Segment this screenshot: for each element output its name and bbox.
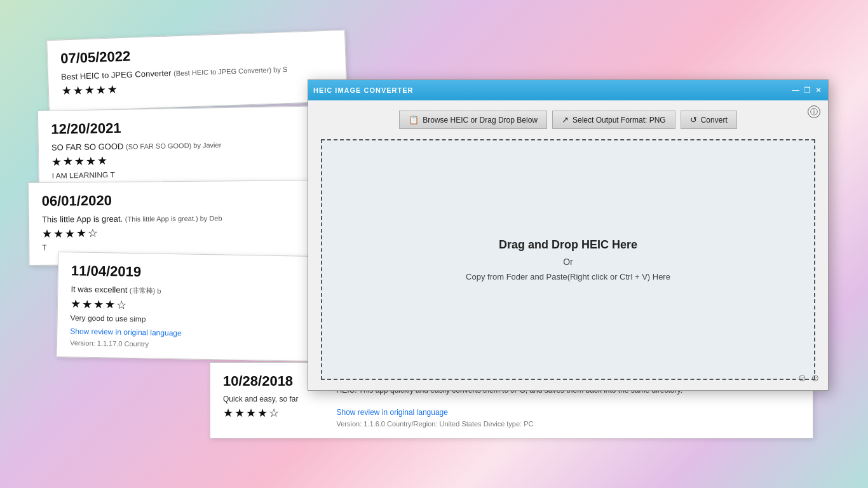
window-controls: — ❐ ✕	[791, 86, 823, 95]
info-icon[interactable]: ⓘ	[808, 105, 820, 118]
browse-button[interactable]: 📋 Browse HEIC or Drag Drop Below	[399, 111, 547, 129]
browse-label: Browse HEIC or Drag Drop Below	[423, 116, 538, 125]
title-bar: HEIC IMAGE CONVERTER — ❐ ✕	[308, 80, 828, 100]
minimize-button[interactable]: —	[791, 86, 800, 95]
review-meta-5: Version: 1.1.6.0 Country/Region: United …	[337, 420, 801, 428]
drop-zone[interactable]: Drag and Drop HEIC Here Or Copy from Fod…	[321, 139, 815, 380]
maximize-button[interactable]: ❐	[803, 86, 811, 95]
app-window: HEIC IMAGE CONVERTER — ❐ ✕ ⓘ 📋 Browse HE…	[308, 79, 829, 391]
review-date-2: 12/20/2021	[51, 116, 323, 137]
drop-zone-or: Or	[563, 257, 573, 267]
review-date-5: 10/28/2018	[223, 373, 299, 390]
format-button[interactable]: ↗ Select Output Format: PNG	[552, 111, 675, 129]
format-icon: ↗	[562, 115, 569, 125]
browse-icon: 📋	[409, 115, 419, 125]
review-text-2: I AM LEARNING T	[52, 166, 324, 180]
close-button[interactable]: ✕	[814, 86, 823, 95]
smiley-icon-1[interactable]: ☺	[797, 372, 807, 384]
show-original-link-4[interactable]: Show review in original language	[70, 327, 182, 337]
smiley-icon-2[interactable]: ☺	[810, 372, 820, 384]
review-stars-5: ★★★★☆	[223, 406, 299, 420]
convert-label: Convert	[701, 116, 728, 125]
review-title-3: This little App is great. (This little A…	[42, 212, 314, 224]
toolbar: 📋 Browse HEIC or Drag Drop Below ↗ Selec…	[318, 111, 818, 129]
review-text-5a: Quick and easy, so far	[223, 395, 299, 403]
review-title-2: SO FAR SO GOOD (SO FAR SO GOOD) by Javie…	[51, 138, 323, 152]
review-title-4: It was excellent (非常棒) b	[71, 284, 342, 299]
review-stars-3: ★★★★☆	[42, 224, 314, 241]
review-stars-4: ★★★★☆	[71, 297, 342, 315]
app-title: HEIC IMAGE CONVERTER	[313, 86, 414, 94]
app-content: ⓘ 📋 Browse HEIC or Drag Drop Below ↗ Sel…	[308, 100, 828, 390]
review-stars-2: ★★★★★	[51, 150, 323, 168]
convert-icon: ↺	[690, 115, 697, 125]
review-date-4: 11/04/2019	[71, 262, 343, 283]
convert-button[interactable]: ↺ Convert	[681, 111, 737, 129]
review-card-1: 07/05/2022 Best HEIC to JPEG Converter (…	[46, 30, 348, 112]
info-icon-area: ⓘ	[808, 105, 820, 118]
review-text-4: Very good to use simp	[71, 313, 342, 327]
format-label: Select Output Format: PNG	[573, 116, 666, 125]
review-meta-4: Version: 1.1.17.0 Country	[70, 339, 342, 351]
review-date-1: 07/05/2022	[60, 41, 333, 67]
drop-zone-title: Drag and Drop HEIC Here	[499, 238, 637, 252]
bottom-icons-area: ☺ ☺	[797, 372, 820, 384]
show-original-link-5[interactable]: Show review in original language	[337, 408, 448, 417]
review-date-3: 06/01/2020	[42, 191, 314, 210]
drop-zone-subtitle: Copy from Foder and Paste(Right click or…	[466, 272, 670, 281]
review-text-3: T	[42, 241, 314, 252]
